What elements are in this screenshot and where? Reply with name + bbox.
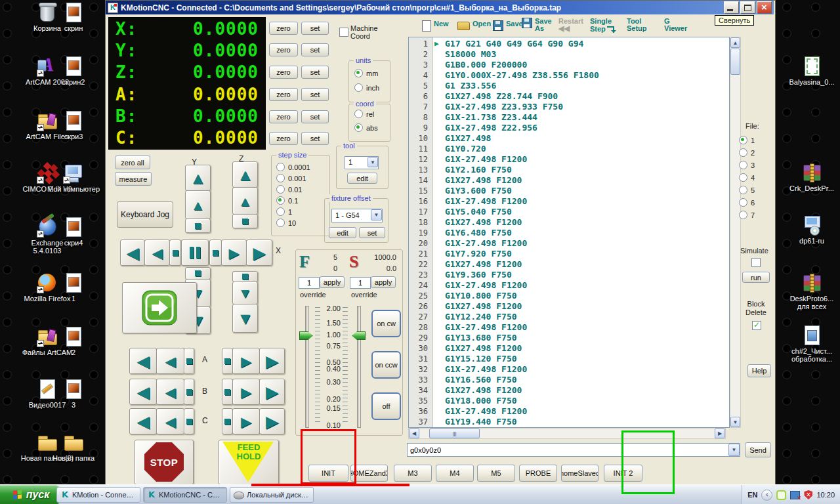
spindle-apply-button[interactable]: apply [371, 276, 396, 288]
file-option-7[interactable]: 7 [739, 211, 755, 219]
gcode-editor[interactable]: 1▶G17 G21 G40 G49 G64 G90 G942S18000 M03… [408, 37, 730, 428]
jog-y-up-step[interactable] [185, 219, 211, 233]
desktop-icon-скрин2[interactable]: скрин2 [46, 56, 101, 86]
units-option-inch[interactable]: inch [354, 83, 379, 92]
stop-button[interactable]: STOP [135, 440, 194, 485]
desktop-icon-мойкомпьютер[interactable]: ↗Мой компьютер [46, 163, 101, 193]
scroll-down-icon[interactable]: ▼ [730, 417, 740, 427]
jog-b-left-step[interactable] [184, 379, 194, 405]
user-button-m4[interactable]: M4 [436, 465, 474, 482]
user-button-m3[interactable]: M3 [394, 465, 432, 482]
spindle-override-slider[interactable] [357, 306, 361, 428]
step-size-option-1[interactable]: 1 [276, 207, 292, 216]
taskbar-task-disk[interactable]: Локальный диск (C:) [230, 487, 314, 503]
jog-b-right-fast[interactable]: ▶ [259, 379, 285, 405]
set-button-x[interactable]: set [301, 22, 329, 35]
step-size-option-0.0001[interactable]: 0.0001 [276, 163, 310, 171]
minimize-button[interactable] [724, 1, 739, 14]
desktop-icon-deskproto6длявсех[interactable]: DeskProto6... для всех [784, 272, 839, 310]
feed-hold-button[interactable]: FEED HOLD [219, 440, 279, 485]
taskbar-task-kmotion[interactable]: KKMotion - Connected [56, 487, 140, 503]
file-option-5[interactable]: 5 [739, 186, 755, 194]
file-option-3[interactable]: 3 [739, 161, 755, 169]
jog-c-left-fast[interactable]: ◀ [129, 408, 157, 434]
desktop-icon-ch2чистобработка[interactable]: ch#2_Чист... обработка... [784, 325, 839, 363]
vertical-scroll-thumb[interactable] [730, 49, 740, 75]
jog-a-left[interactable]: ◀ [156, 348, 184, 374]
go-button[interactable] [122, 282, 197, 333]
user-button-init[interactable]: INIT [308, 465, 348, 482]
zero-button-a[interactable]: zero [269, 88, 298, 101]
jog-x-right-fast[interactable]: ▶ [246, 240, 272, 266]
measure-button[interactable]: measure [115, 172, 152, 186]
step-size-option-0.1[interactable]: 0.1 [276, 196, 298, 205]
jog-z-up-fast[interactable]: ▲ [232, 161, 258, 188]
jog-z-up[interactable]: ▲ [232, 187, 258, 215]
jog-c-left[interactable]: ◀ [156, 408, 184, 434]
jog-a-right-fast[interactable]: ▶ [259, 348, 285, 374]
desktop-icon-новаяпапка[interactable]: Новая папка [46, 432, 101, 462]
file-option-4[interactable]: 4 [739, 173, 755, 182]
jog-c-right[interactable]: ▶ [232, 408, 260, 434]
jog-b-right-step[interactable] [222, 379, 233, 405]
horizontal-scroll-thumb[interactable]: ||| [429, 429, 480, 438]
desktop-icon-1[interactable]: 1 [46, 272, 101, 303]
feed-override-slider[interactable] [305, 306, 309, 428]
toolbar-toolsetup-button[interactable]: ToolSetup [627, 18, 647, 32]
jog-y-up-fast[interactable]: ▲ [185, 165, 211, 191]
desktop-icon-balyasina0[interactable]: Balyasina_0... [784, 56, 839, 86]
jog-a-right[interactable]: ▶ [232, 348, 260, 374]
start-button[interactable]: пуск [0, 485, 62, 504]
user-button-probe[interactable]: PROBE [519, 465, 557, 482]
step-size-option-10[interactable]: 10 [276, 219, 296, 227]
feed-override-input[interactable] [299, 277, 320, 289]
tray-network-error-icon[interactable] [790, 491, 800, 499]
desktop-icon-скри4[interactable]: скри4 [46, 217, 101, 247]
gcode-vertical-scrollbar[interactable]: ▲ ▼ [730, 37, 741, 428]
spindle-on-cw-button[interactable]: on cw [371, 310, 401, 337]
jog-x-right-step[interactable] [209, 240, 222, 266]
desktop-icon-2[interactable]: 2 [46, 326, 101, 356]
desktop-icon-скрин[interactable]: скрин [46, 2, 101, 32]
jog-z-down-fast[interactable]: ▼ [232, 304, 258, 333]
tray-security-shield-icon[interactable]: ✕ [804, 490, 812, 499]
set-button-y[interactable]: set [301, 43, 329, 56]
user-button-m5[interactable]: M5 [477, 465, 515, 482]
tray-messenger-icon[interactable] [776, 490, 786, 500]
jog-x-left-fast[interactable]: ◀ [120, 240, 145, 266]
user-button-init2[interactable]: INIT 2 [604, 465, 642, 482]
help-button[interactable]: Help [747, 364, 771, 377]
taskbar-task-kmotioncnc[interactable]: KKMotionCNC - Conne... [143, 487, 227, 503]
scroll-right-icon[interactable]: ▶ [715, 429, 725, 438]
jog-a-left-fast[interactable]: ◀ [129, 348, 157, 374]
language-indicator[interactable]: EN [747, 491, 757, 499]
maximize-button[interactable] [740, 1, 755, 14]
jog-b-left[interactable]: ◀ [156, 379, 184, 405]
file-option-6[interactable]: 6 [739, 198, 755, 207]
coord-option-rel[interactable]: rel [354, 110, 374, 118]
fixture-edit-button[interactable]: edit [329, 227, 356, 238]
jog-b-left-fast[interactable]: ◀ [129, 379, 157, 405]
jog-z-up-step[interactable] [232, 214, 258, 228]
toolbar-save-button[interactable]: Save [493, 20, 523, 31]
set-button-a[interactable]: set [301, 88, 329, 101]
feed-apply-button[interactable]: apply [320, 276, 345, 288]
set-button-z[interactable]: set [301, 66, 329, 79]
user-button-homezandx[interactable]: HOMEZandX [350, 465, 388, 482]
jog-a-left-step[interactable] [184, 348, 194, 374]
step-size-option-0.001[interactable]: 0.001 [276, 174, 306, 182]
jog-c-left-step[interactable] [184, 408, 194, 434]
run-button[interactable]: run [742, 272, 770, 283]
toolbar-singlestep-button[interactable]: SingleStep [590, 18, 614, 33]
desktop-icon-3[interactable]: 3 [46, 379, 101, 409]
set-button-c[interactable]: set [301, 132, 329, 145]
user-button-homeslaved[interactable]: homeSlaved [561, 465, 598, 482]
spindle-off-button[interactable]: off [371, 392, 401, 420]
jog-a-right-step[interactable] [222, 348, 233, 374]
jog-x-left[interactable]: ◀ [144, 240, 170, 266]
keyboard-jog-button[interactable]: Keyboard Jog [117, 201, 173, 228]
jog-x-left-step[interactable] [169, 240, 181, 266]
tray-collapse-icon[interactable]: ‹ [761, 490, 772, 501]
toolbar-open-button[interactable]: Open [457, 20, 491, 30]
fixture-offset-select[interactable]: 1 - G54 ▼ [331, 209, 383, 222]
